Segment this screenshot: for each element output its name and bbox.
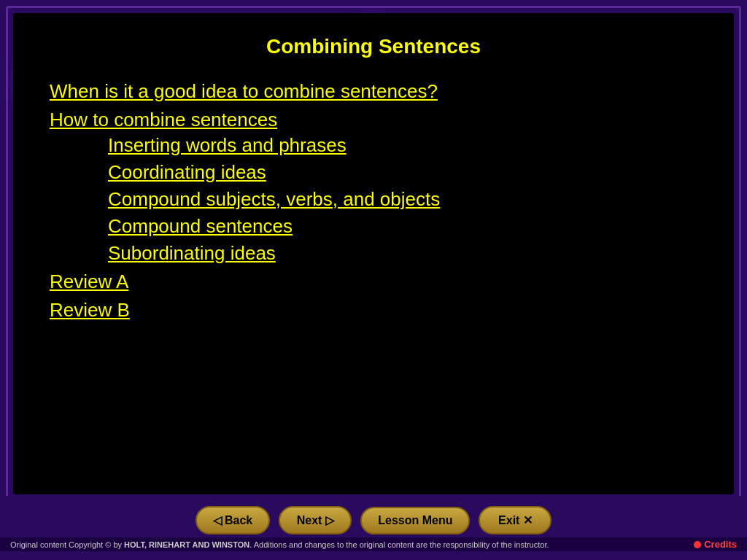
when-good-idea-link[interactable]: When is it a good idea to combine senten…	[50, 80, 438, 102]
back-button[interactable]: ◁ Back	[196, 506, 271, 534]
submenu: Inserting words and phrases Coordinating…	[50, 134, 697, 265]
next-button[interactable]: Next ▷	[279, 506, 352, 534]
credits-link[interactable]: Credits	[694, 539, 737, 550]
subordinating-ideas-link[interactable]: Subordinating ideas	[108, 242, 276, 264]
list-item: Review A	[50, 271, 697, 293]
review-a-link[interactable]: Review A	[50, 271, 128, 292]
list-item: Compound sentences	[108, 215, 697, 238]
list-item: Review B	[50, 299, 697, 322]
compound-subjects-link[interactable]: Compound subjects, verbs, and objects	[108, 188, 440, 210]
review-b-link[interactable]: Review B	[50, 299, 130, 321]
lesson-menu-button[interactable]: Lesson Menu	[360, 507, 470, 534]
how-to-combine-link[interactable]: How to combine sentences	[50, 109, 277, 131]
list-item: How to combine sentences Inserting words…	[50, 109, 697, 265]
page-title: Combining Sentences	[50, 35, 697, 58]
nav-buttons: ◁ Back Next ▷ Lesson Menu Exit ✕	[0, 496, 747, 537]
compound-sentences-link[interactable]: Compound sentences	[108, 215, 293, 237]
main-content: Combining Sentences When is it a good id…	[13, 13, 734, 494]
list-item: Coordinating ideas	[108, 161, 697, 184]
list-item: Compound subjects, verbs, and objects	[108, 188, 697, 211]
inserting-words-link[interactable]: Inserting words and phrases	[108, 134, 347, 156]
menu-list: When is it a good idea to combine senten…	[50, 80, 697, 322]
exit-button[interactable]: Exit ✕	[479, 506, 551, 534]
list-item: When is it a good idea to combine senten…	[50, 80, 697, 103]
credits-dot-icon	[694, 541, 701, 548]
copyright-text: Original content Copyright © by HOLT, RI…	[10, 540, 549, 549]
copyright-bar: Original content Copyright © by HOLT, RI…	[0, 537, 747, 551]
list-item: Subordinating ideas	[108, 242, 697, 265]
footer-bar: ◁ Back Next ▷ Lesson Menu Exit ✕ Origina…	[0, 496, 747, 560]
list-item: Inserting words and phrases	[108, 134, 697, 157]
coordinating-ideas-link[interactable]: Coordinating ideas	[108, 161, 266, 183]
